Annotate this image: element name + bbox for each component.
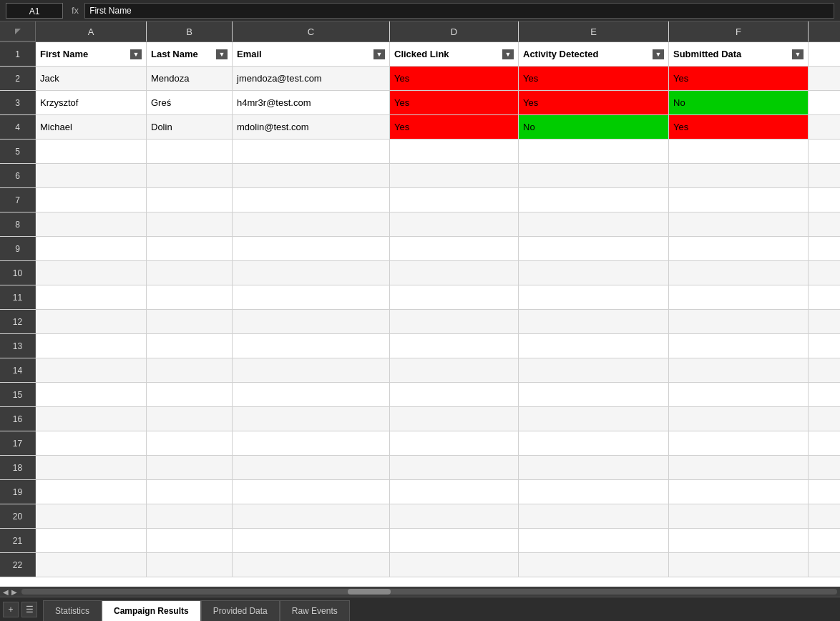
sheet-menu-button[interactable]: ☰ (21, 602, 37, 617)
empty-row-20: 20 (0, 504, 840, 529)
cell-a2[interactable]: Jack (36, 67, 147, 90)
formula-bar: fx (69, 3, 834, 19)
empty-row-22: 22 (0, 553, 840, 577)
empty-row-21: 21 (0, 529, 840, 553)
col-header-c[interactable]: C (233, 21, 390, 41)
row-num-2: 2 (0, 67, 36, 90)
col-header-d[interactable]: D (390, 21, 519, 41)
header-clicked-link: Clicked Link (394, 49, 449, 59)
tab-campaign-results[interactable]: Campaign Results (102, 600, 201, 621)
cell-f1[interactable]: Submitted Data ▼ (669, 42, 809, 66)
cell-d3[interactable]: Yes (390, 91, 519, 114)
filter-btn-submitted-data[interactable]: ▼ (792, 49, 804, 59)
tab-statistics[interactable]: Statistics (43, 600, 102, 621)
empty-row-19: 19 (0, 480, 840, 504)
tab-provided-data[interactable]: Provided Data (201, 600, 280, 621)
formula-bar-container: A1 fx (0, 0, 840, 21)
cell-c3[interactable]: h4mr3r@test.com (233, 91, 390, 114)
filter-btn-activity-detected[interactable]: ▼ (653, 49, 664, 59)
cell-c4[interactable]: mdolin@test.com (233, 115, 390, 139)
scroll-track[interactable] (21, 589, 837, 595)
empty-row-14: 14 (0, 358, 840, 383)
empty-row-8: 8 (0, 212, 840, 237)
add-sheet-button[interactable]: + (3, 602, 19, 617)
select-all-icon[interactable] (15, 29, 21, 34)
empty-row-10: 10 (0, 261, 840, 285)
header-last-name: Last Name (151, 49, 198, 59)
data-row-3: 3 Krzysztof Greś h4mr3r@test.com Yes Yes… (0, 91, 840, 115)
cell-f2[interactable]: Yes (669, 67, 809, 90)
scroll-left-btn[interactable]: ◀ (3, 588, 9, 596)
tab-bar: + ☰ Statistics Campaign Results Provided… (0, 597, 840, 621)
cell-a4[interactable]: Michael (36, 115, 147, 139)
empty-row-12: 12 (0, 310, 840, 334)
cell-e2[interactable]: Yes (519, 67, 669, 90)
empty-row-9: 9 (0, 237, 840, 261)
filter-btn-first-name[interactable]: ▼ (130, 49, 142, 59)
scroll-right-btn[interactable]: ▶ (11, 588, 17, 596)
cell-b2[interactable]: Mendoza (147, 67, 233, 90)
corner-cell (0, 21, 36, 41)
col-header-e[interactable]: E (519, 21, 669, 41)
grid: 1 First Name ▼ Last Name ▼ Email (0, 42, 840, 577)
header-submitted-data: Submitted Data (673, 49, 741, 59)
fx-label: fx (69, 5, 82, 16)
empty-row-11: 11 (0, 285, 840, 310)
cell-b1[interactable]: Last Name ▼ (147, 42, 233, 66)
cell-f4[interactable]: Yes (669, 115, 809, 139)
header-activity-detected: Activity Detected (523, 49, 598, 59)
empty-row-13: 13 (0, 334, 840, 358)
filter-btn-email[interactable]: ▼ (373, 49, 385, 59)
cell-e4[interactable]: No (519, 115, 669, 139)
cell-c2[interactable]: jmendoza@test.com (233, 67, 390, 90)
data-row-2: 2 Jack Mendoza jmendoza@test.com Yes Yes… (0, 67, 840, 91)
empty-row-15: 15 (0, 383, 840, 407)
spreadsheet: A B C D E F 1 First Name ▼ Last Nam (0, 21, 840, 587)
empty-row-6: 6 (0, 164, 840, 188)
cell-d1[interactable]: Clicked Link ▼ (390, 42, 519, 66)
cell-d2[interactable]: Yes (390, 67, 519, 90)
data-row-4: 4 Michael Dolin mdolin@test.com Yes No Y… (0, 115, 840, 140)
empty-row-16: 16 (0, 407, 840, 431)
empty-row-18: 18 (0, 456, 840, 480)
row-num-1: 1 (0, 42, 36, 66)
empty-row-7: 7 (0, 188, 840, 212)
horizontal-scrollbar[interactable]: ◀ ▶ (0, 587, 840, 597)
empty-row-5: 5 (0, 140, 840, 164)
scroll-thumb[interactable] (348, 589, 391, 595)
cell-e1[interactable]: Activity Detected ▼ (519, 42, 669, 66)
col-header-a[interactable]: A (36, 21, 147, 41)
cell-a3[interactable]: Krzysztof (36, 91, 147, 114)
cell-e3[interactable]: Yes (519, 91, 669, 114)
row-num-4: 4 (0, 115, 36, 139)
cell-c1[interactable]: Email ▼ (233, 42, 390, 66)
tab-raw-events[interactable]: Raw Events (280, 600, 350, 621)
filter-btn-clicked-link[interactable]: ▼ (502, 49, 514, 59)
empty-row-17: 17 (0, 431, 840, 456)
col-header-b[interactable]: B (147, 21, 233, 41)
col-header-f[interactable]: F (669, 21, 809, 41)
header-first-name: First Name (40, 49, 88, 59)
formula-input[interactable] (84, 3, 834, 19)
row-num-3: 3 (0, 91, 36, 114)
cell-b3[interactable]: Greś (147, 91, 233, 114)
cell-a1[interactable]: First Name ▼ (36, 42, 147, 66)
header-email: Email (237, 49, 262, 59)
cell-reference[interactable]: A1 (6, 3, 63, 19)
main-content: A B C D E F 1 First Name ▼ Last Nam (0, 21, 840, 621)
tab-controls: + ☰ (3, 597, 43, 621)
header-row: 1 First Name ▼ Last Name ▼ Email (0, 42, 840, 67)
cell-d4[interactable]: Yes (390, 115, 519, 139)
filter-btn-last-name[interactable]: ▼ (216, 49, 228, 59)
column-headers: A B C D E F (0, 21, 840, 42)
cell-b4[interactable]: Dolin (147, 115, 233, 139)
cell-f3[interactable]: No (669, 91, 809, 114)
